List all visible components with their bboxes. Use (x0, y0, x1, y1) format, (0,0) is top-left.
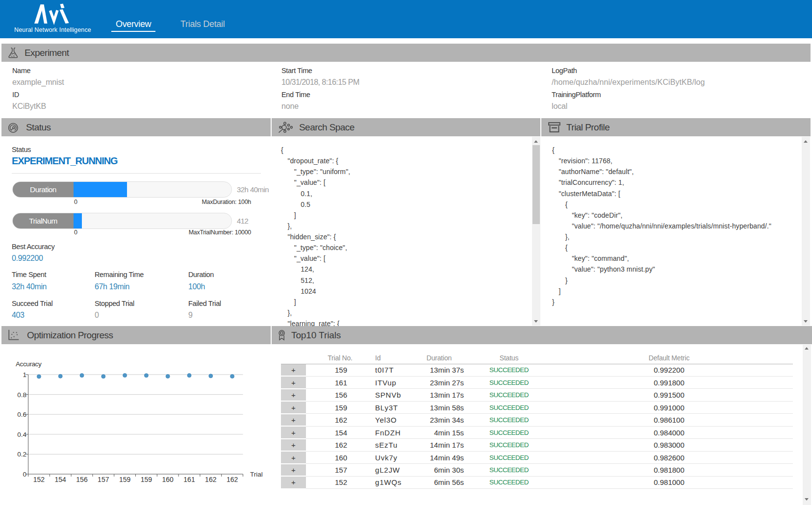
svg-text:Trial: Trial (250, 471, 263, 478)
svg-text:0.8: 0.8 (17, 391, 26, 399)
svg-text:157: 157 (98, 476, 109, 483)
svg-text:159: 159 (119, 476, 131, 483)
svg-text:154: 154 (55, 476, 67, 483)
svg-text:1: 1 (23, 371, 26, 379)
svg-text:0: 0 (23, 471, 26, 478)
svg-text:152: 152 (33, 476, 45, 483)
svg-text:159: 159 (141, 476, 152, 483)
svg-text:Accuracy: Accuracy (16, 360, 42, 368)
svg-text:162: 162 (227, 476, 238, 483)
svg-text:156: 156 (76, 476, 88, 483)
svg-text:0.2: 0.2 (17, 451, 26, 458)
svg-text:0.6: 0.6 (17, 411, 26, 418)
svg-text:160: 160 (162, 476, 174, 483)
svg-text:161: 161 (183, 476, 195, 483)
svg-text:162: 162 (205, 476, 217, 483)
svg-text:0.4: 0.4 (17, 431, 26, 438)
